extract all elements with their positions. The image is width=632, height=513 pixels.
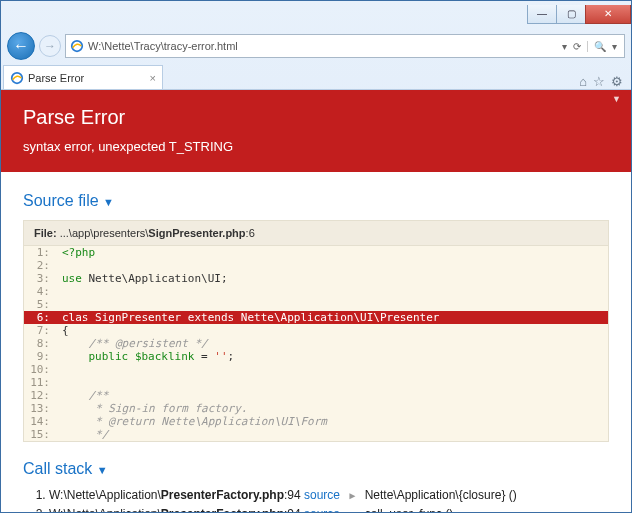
tab-close-icon[interactable]: × <box>150 72 156 84</box>
source-code: 1:<?php2: 3:use Nette\Application\UI;4: … <box>23 245 609 442</box>
code-line: 9: public $backlink = ''; <box>24 350 608 363</box>
code-line: 15: */ <box>24 428 608 441</box>
tab-parse-error[interactable]: Parse Error × <box>3 65 163 89</box>
code-line: 1:<?php <box>24 246 608 259</box>
file-path-bar: File: ...\app\presenters\SignPresenter.p… <box>23 220 609 245</box>
collapse-icon[interactable]: ▼ <box>612 94 621 104</box>
code-line: 2: <box>24 259 608 272</box>
code-line: 13: * Sign-in form factory. <box>24 402 608 415</box>
code-line: 12: /** <box>24 389 608 402</box>
section-call-stack[interactable]: Call stack ▼ <box>23 460 609 478</box>
code-line: 5: <box>24 298 608 311</box>
source-link[interactable]: source <box>304 488 340 502</box>
stack-frame: W:\Nette\Application\PresenterFactory.ph… <box>49 507 609 512</box>
code-line: 14: * @return Nette\Application\UI\Form <box>24 415 608 428</box>
address-url: W:\Nette\Tracy\tracy-error.html <box>88 40 559 52</box>
close-button[interactable]: ✕ <box>585 5 631 24</box>
chevron-down-icon: ▼ <box>103 196 114 208</box>
code-line: 4: <box>24 285 608 298</box>
arrow-right-icon: → <box>44 39 56 53</box>
window-titlebar: ― ▢ ✕ <box>1 1 631 29</box>
stack-frame: W:\Nette\Application\PresenterFactory.ph… <box>49 488 609 502</box>
browser-toolbar: ← → W:\Nette\Tracy\tracy-error.html ▾ ⟳ … <box>1 29 631 63</box>
arrow-left-icon: ← <box>13 37 29 55</box>
code-line: 8: /** @persistent */ <box>24 337 608 350</box>
minimize-button[interactable]: ― <box>527 5 557 24</box>
code-line: 6:clas SignPresenter extends Nette\Appli… <box>24 311 608 324</box>
back-button[interactable]: ← <box>7 32 35 60</box>
code-line: 11: <box>24 376 608 389</box>
tab-title: Parse Error <box>28 72 84 84</box>
tab-bar: Parse Error × ⌂ ☆ ⚙ <box>1 63 631 89</box>
source-link[interactable]: source <box>304 507 340 512</box>
window-buttons: ― ▢ ✕ <box>528 5 631 25</box>
error-message: syntax error, unexpected T_STRING <box>23 139 609 154</box>
search-dropdown-icon[interactable]: ▾ <box>612 41 617 52</box>
favorites-icon[interactable]: ☆ <box>593 74 605 89</box>
code-line: 10: <box>24 363 608 376</box>
address-bar[interactable]: W:\Nette\Tracy\tracy-error.html ▾ ⟳ 🔍 ▾ <box>65 34 625 58</box>
dropdown-icon[interactable]: ▾ <box>562 41 567 52</box>
browser-window: ― ▢ ✕ ← → W:\Nette\Tracy\tracy-error.htm… <box>0 0 632 513</box>
chevron-down-icon: ▼ <box>97 464 108 476</box>
error-header: ▼ Parse Error syntax error, unexpected T… <box>1 90 631 172</box>
error-body: Source file ▼ File: ...\app\presenters\S… <box>1 172 631 512</box>
home-icon[interactable]: ⌂ <box>579 74 587 89</box>
page-content: ▼ Parse Error syntax error, unexpected T… <box>1 89 631 512</box>
refresh-icon[interactable]: ⟳ <box>573 41 581 52</box>
toolbar-icons: ⌂ ☆ ⚙ <box>579 74 631 89</box>
forward-button[interactable]: → <box>39 35 61 57</box>
call-stack: W:\Nette\Application\PresenterFactory.ph… <box>23 488 609 512</box>
tools-icon[interactable]: ⚙ <box>611 74 623 89</box>
code-line: 3:use Nette\Application\UI; <box>24 272 608 285</box>
maximize-button[interactable]: ▢ <box>556 5 586 24</box>
error-title: Parse Error <box>23 106 609 129</box>
page-icon <box>70 39 84 53</box>
section-source-file[interactable]: Source file ▼ <box>23 192 609 210</box>
search-icon[interactable]: 🔍 <box>587 41 606 52</box>
code-line: 7:{ <box>24 324 608 337</box>
ie-icon <box>10 71 23 84</box>
